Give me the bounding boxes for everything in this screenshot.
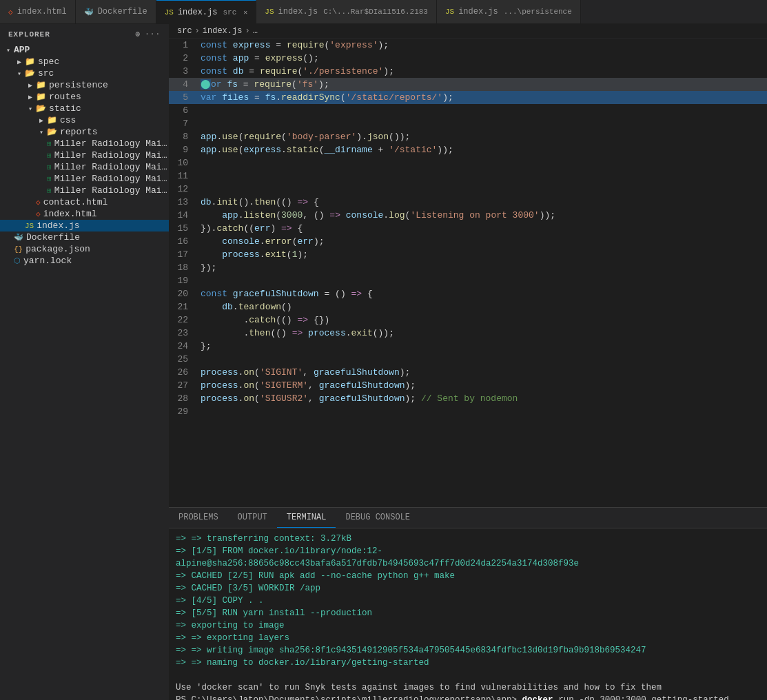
sidebar-item-contact-html[interactable]: ◇ contact.html — [0, 196, 169, 208]
tab-badge: src — [223, 8, 236, 17]
docker-icon: 🐳 — [84, 8, 94, 17]
sidebar-item-yarn-lock[interactable]: ⬡ yarn.lock — [0, 255, 169, 267]
sidebar-icons[interactable]: ⊕ ··· — [136, 30, 161, 39]
sidebar-item-reports[interactable]: ▾ 📂 reports — [0, 126, 169, 138]
tab-label: index.html — [17, 7, 67, 17]
breadcrumb-ellipsis: … — [253, 26, 258, 36]
terminal-line: => exporting to image — [176, 619, 760, 632]
js-icon: JS — [165, 8, 174, 17]
tree-label: contact.html — [43, 197, 108, 207]
tab-dockerfile[interactable]: 🐳 Dockerfile — [76, 0, 156, 23]
sidebar-item-persistence[interactable]: ▶ 📁 persistence — [0, 79, 169, 91]
sidebar-title: EXPLORER — [8, 30, 50, 39]
terminal-tab-debug-console[interactable]: DEBUG CONSOLE — [336, 508, 420, 528]
tab-index-js-path[interactable]: JS index.js C:\...Rar$DIa11516.2183 — [256, 0, 437, 23]
code-editor[interactable]: 1 const express = require('express'); 2 … — [169, 39, 767, 507]
more-options-icon[interactable]: ··· — [145, 30, 161, 39]
code-line-3: 3 const db = require('./persistence'); — [169, 65, 767, 78]
terminal-tabs: PROBLEMS OUTPUT TERMINAL DEBUG CONSOLE — [169, 508, 767, 528]
terminal-line: Use 'docker scan' to run Snyk tests agai… — [176, 681, 760, 694]
code-line-1: 1 const express = require('express'); — [169, 39, 767, 52]
folder-icon: 📁 — [25, 56, 35, 67]
code-line-24: 24 }; — [169, 340, 767, 353]
code-line-23: 23 .then(() => process.exit()); — [169, 327, 767, 340]
tree-arrow-icon: ▾ — [3, 46, 14, 54]
tree-label: Miller Radiology Mailers for ... — [54, 174, 169, 184]
sidebar-item-mailer-j1[interactable]: ⊞ Miller Radiology Mailers for J... — [0, 150, 169, 161]
code-line-16: 16 console.error(err); — [169, 235, 767, 248]
new-file-icon[interactable]: ⊕ — [136, 30, 141, 39]
sidebar-item-mailer-a[interactable]: ⊞ Miller Radiology Mailers for A... — [0, 138, 169, 150]
folder-open-icon: 📂 — [25, 68, 35, 79]
terminal-tab-label: TERMINAL — [287, 513, 327, 522]
tree-label: APP — [14, 45, 30, 55]
sidebar-item-package-json[interactable]: {} package.json — [0, 243, 169, 255]
js-icon: JS — [445, 8, 454, 16]
breadcrumb-indexjs: index.js — [203, 26, 243, 36]
code-line-12: 12 — [169, 183, 767, 196]
tree-label: static — [49, 103, 81, 114]
tab-close-button[interactable]: ✕ — [243, 8, 247, 17]
excel-icon: ⊞ — [47, 163, 52, 172]
tab-label: Dockerfile — [98, 7, 147, 17]
code-line-9: 9 app.use(express.static(__dirname + '/s… — [169, 143, 767, 156]
excel-icon: ⊞ — [47, 174, 52, 183]
tree-label: src — [38, 68, 54, 79]
sidebar: EXPLORER ⊕ ··· ▾ APP ▶ 📁 spec ▾ 📂 src ▶ … — [0, 24, 169, 700]
code-line-2: 2 const app = express(); — [169, 52, 767, 65]
code-line-28: 28 process.on('SIGUSR2', gracefulShutdow… — [169, 392, 767, 405]
terminal-line: => => naming to docker.io/library/gettin… — [176, 657, 760, 669]
sidebar-item-mailer-j2[interactable]: ⊞ Miller Radiology Mailers for J... — [0, 161, 169, 173]
tab-index-js-persistence[interactable]: JS index.js ...\persistence — [437, 0, 581, 23]
tree-label: Miller Radiology Mailers for J... — [54, 162, 169, 172]
folder-icon: 📁 — [47, 115, 57, 125]
code-line-15: 15 }).catch((err) => { — [169, 222, 767, 235]
sidebar-item-css[interactable]: ▶ 📁 css — [0, 114, 169, 126]
terminal-tab-terminal[interactable]: TERMINAL — [277, 508, 336, 528]
code-line-20: 20 const gracefulShutdown = () => { — [169, 287, 767, 300]
folder-icon: 📁 — [36, 92, 46, 102]
code-line-18: 18 }); — [169, 261, 767, 274]
terminal-tab-problems[interactable]: PROBLEMS — [169, 508, 228, 528]
terminal-content[interactable]: => => transferring context: 3.27kB => [1… — [169, 528, 767, 700]
excel-icon: ⊞ — [47, 139, 52, 148]
code-line-7: 7 — [169, 117, 767, 130]
js-icon: JS — [265, 8, 274, 16]
sidebar-item-static[interactable]: ▾ 📂 static — [0, 103, 169, 114]
tree-label: index.html — [43, 209, 97, 219]
terminal-tab-output[interactable]: OUTPUT — [228, 508, 277, 528]
code-line-27: 27 process.on('SIGTERM', gracefulShutdow… — [169, 379, 767, 392]
tree-label: Miller Radiology Mailers for S... — [54, 185, 169, 196]
breadcrumb-src: src — [177, 26, 192, 36]
tab-index-js-src[interactable]: JS index.js src ✕ — [156, 0, 257, 23]
code-line-25: 25 — [169, 353, 767, 366]
code-line-19: 19 — [169, 274, 767, 287]
code-line-8: 8 app.use(require('body-parser').json())… — [169, 130, 767, 143]
code-line-14: 14 app.listen(3000, () => console.log('L… — [169, 209, 767, 222]
folder-icon: 📁 — [36, 80, 46, 90]
sidebar-item-spec[interactable]: ▶ 📁 spec — [0, 56, 169, 68]
sidebar-item-dockerfile[interactable]: 🐳 Dockerfile — [0, 231, 169, 243]
sidebar-item-mailer-dot[interactable]: ⊞ Miller Radiology Mailers for ... — [0, 173, 169, 185]
sidebar-item-src[interactable]: ▾ 📂 src — [0, 68, 169, 79]
tab-index-html-1[interactable]: ◇ index.html — [0, 0, 76, 23]
tree-label: package.json — [25, 244, 90, 254]
tree-label: Miller Radiology Mailers for J... — [54, 150, 169, 161]
main-area: EXPLORER ⊕ ··· ▾ APP ▶ 📁 spec ▾ 📂 src ▶ … — [0, 24, 767, 700]
html-icon: ◇ — [8, 8, 13, 17]
breadcrumb-sep2: › — [245, 26, 249, 36]
tree-label: persistence — [49, 80, 108, 90]
sidebar-item-index-html[interactable]: ◇ index.html — [0, 208, 169, 220]
tree-arrow-icon: ▶ — [25, 81, 36, 90]
sidebar-header: EXPLORER ⊕ ··· — [0, 24, 169, 44]
excel-icon: ⊞ — [47, 151, 52, 160]
sidebar-item-routes[interactable]: ▶ 📁 routes — [0, 91, 169, 103]
sidebar-item-index-js[interactable]: JS index.js — [0, 220, 169, 231]
sidebar-item-mailer-s[interactable]: ⊞ Miller Radiology Mailers for S... — [0, 185, 169, 196]
tab-label: index.js — [178, 8, 218, 17]
code-line-29: 29 — [169, 405, 767, 418]
terminal-line: => [1/5] FROM docker.io/library/node:12-… — [176, 545, 760, 570]
tree-label: routes — [49, 92, 81, 102]
editor-area: src › index.js › … 1 const express = req… — [169, 24, 767, 700]
sidebar-item-app[interactable]: ▾ APP — [0, 44, 169, 56]
